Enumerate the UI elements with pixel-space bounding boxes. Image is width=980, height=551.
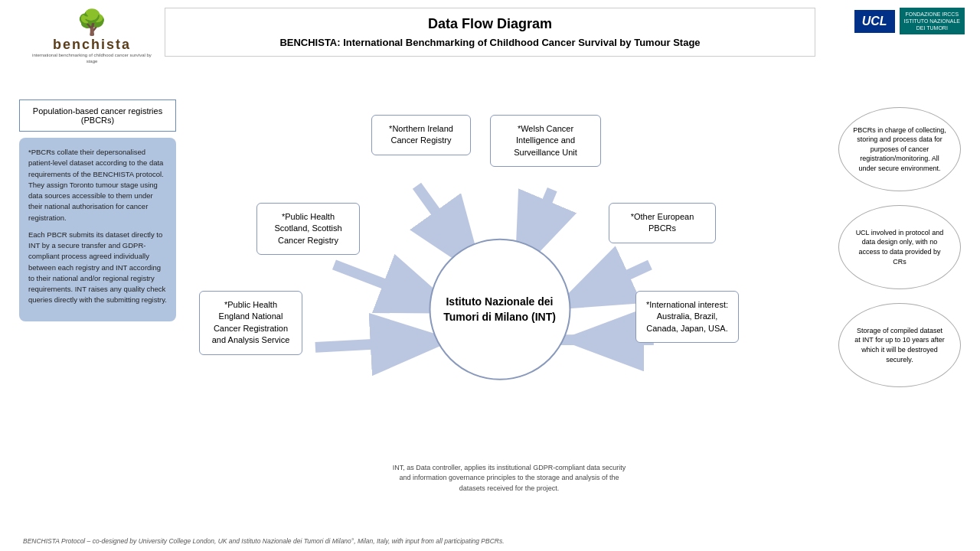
registry-other-european: *Other European PBCRs (609, 203, 716, 243)
logo-right: UCL FONDAZIONE IRCCSISTITUTO NAZIONALEDE… (854, 8, 965, 34)
header-title: Data Flow Diagram (181, 16, 799, 32)
registry-scotland: *Public Health Scotland, Scottish Cancer… (256, 203, 360, 255)
right-sidebar: PBCRs in charge of collecting, storing a… (831, 107, 969, 387)
registry-international: *International interest: Australia, Braz… (635, 291, 739, 343)
registry-northern-ireland: *Northern Ireland Cancer Registry (371, 115, 471, 155)
tree-icon: 🌳 (31, 8, 153, 37)
logo-left: 🌳 benchista international benchmarking o… (31, 8, 153, 65)
ucl-logo: UCL (854, 10, 895, 33)
svg-line-5 (315, 340, 455, 347)
footer: BENCHISTA Protocol – co-designed by Univ… (23, 537, 957, 545)
diagram-area: *Northern Ireland Cancer Registry *Welsh… (184, 84, 815, 520)
int-logo: FONDAZIONE IRCCSISTITUTO NAZIONALEDEI TU… (900, 8, 965, 34)
circle-note-1: PBCRs in charge of collecting, storing a… (838, 107, 961, 191)
logo-tagline: international benchmarking of childhood … (31, 53, 153, 65)
pbcr-desc-p2: Each PBCR submits its dataset directly t… (28, 230, 167, 306)
pbcr-label: Population-based cancer registries (PBCR… (19, 99, 176, 132)
header-box: Data Flow Diagram BENCHISTA: Internation… (165, 8, 815, 57)
pbcr-desc-p1: *PBCRs collate their depersonalised pati… (28, 147, 167, 223)
registry-welsh: *Welsh Cancer Intelligence and Surveilla… (490, 115, 601, 167)
bottom-note: INT, as Data controller, applies its ins… (368, 463, 651, 494)
circle-note-3: Storage of compiled dataset at INT for u… (838, 303, 961, 387)
logo-name: benchista (31, 37, 153, 53)
registry-england: *Public Health England National Cancer R… (199, 291, 302, 355)
circle-note-2: UCL involved in protocol and data design… (838, 205, 961, 289)
header-subtitle: BENCHISTA: International Benchmarking of… (181, 37, 799, 48)
pbcr-description: *PBCRs collate their depersonalised pati… (19, 138, 176, 321)
left-sidebar: Population-based cancer registries (PBCR… (19, 99, 176, 321)
center-circle: Istituto Nazionale dei Tumori di Milano … (429, 239, 570, 380)
